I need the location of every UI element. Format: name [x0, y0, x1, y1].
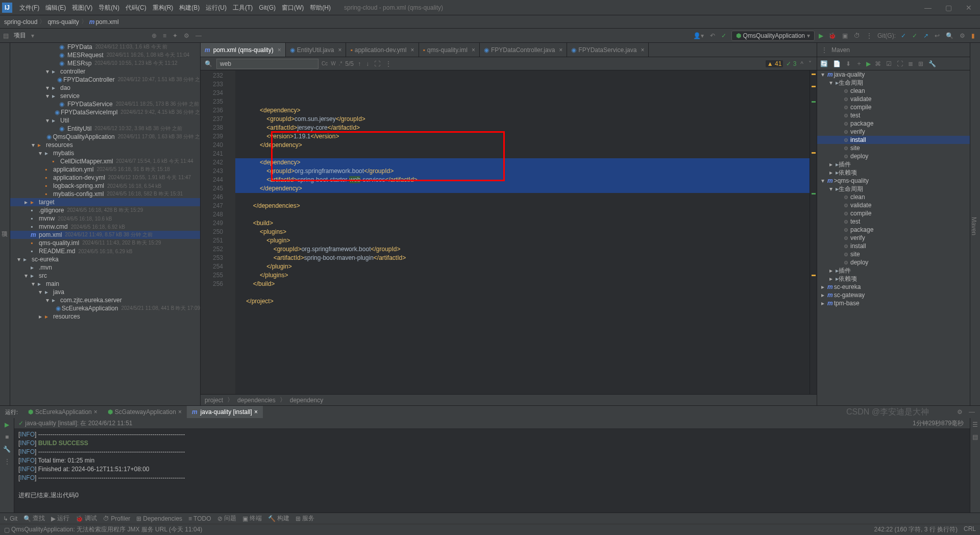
- mvn-reload[interactable]: 🔄: [820, 60, 828, 67]
- maven-item[interactable]: ▸▸插件: [817, 160, 970, 168]
- tree-item[interactable]: ▪application.yml2024/6/5 16:18, 91 B 昨天 …: [10, 165, 200, 174]
- tree-item[interactable]: ▪mvnw.cmd2024/6/5 16:18, 6.92 kB: [10, 223, 200, 231]
- vcs-revert-icon[interactable]: ↩: [935, 32, 940, 39]
- maven-item[interactable]: ⚙clean: [817, 87, 970, 95]
- ide-settings-icon[interactable]: ⚙: [960, 32, 965, 39]
- run-settings[interactable]: ⚙: [957, 408, 963, 416]
- menu-文件(F)[interactable]: 文件(F): [16, 0, 42, 15]
- bc-root[interactable]: spring-cloud: [4, 18, 37, 26]
- menu-编辑(E)[interactable]: 编辑(E): [42, 0, 69, 15]
- tree-item[interactable]: ▾▸dao: [10, 84, 200, 92]
- maven-item[interactable]: ⚙deploy: [817, 152, 970, 160]
- locate-icon[interactable]: ⊕: [152, 32, 157, 39]
- tree-item[interactable]: ◉EntityUtil2024/6/12 10:32, 3.98 kB 38 分…: [10, 125, 200, 133]
- minimize-btn[interactable]: —: [921, 4, 935, 12]
- ft-debug[interactable]: 🐞 调试: [76, 514, 97, 523]
- vcs-push-icon[interactable]: ↗: [923, 32, 928, 39]
- mvn-add[interactable]: ＋: [856, 59, 862, 68]
- maven-item[interactable]: ▾▸生命周期: [817, 185, 970, 193]
- console-wrench[interactable]: 🔧: [3, 446, 11, 453]
- menu-重构(R)[interactable]: 重构(R): [150, 0, 177, 15]
- maven-item[interactable]: ⚙package: [817, 226, 970, 234]
- editor-tab[interactable]: ◉ FPYDataController.java×: [480, 43, 567, 57]
- maven-item[interactable]: ⚙test: [817, 217, 970, 226]
- maven-item[interactable]: ▸▸依赖项: [817, 168, 970, 177]
- run-hide[interactable]: —: [969, 408, 975, 416]
- console-rerun[interactable]: ▶: [5, 421, 9, 428]
- tree-item[interactable]: ▪logback-spring.xml2024/6/5 16:18, 6.54 …: [10, 182, 200, 190]
- menu-构建(B)[interactable]: 构建(B): [176, 0, 203, 15]
- tree-item[interactable]: ▸▸resources: [10, 312, 200, 321]
- menu-工具(T)[interactable]: 工具(T): [230, 0, 256, 15]
- tree-item[interactable]: ▾▸com.zjtc.eureka.server: [10, 296, 200, 304]
- coverage-icon[interactable]: ▣: [842, 32, 848, 39]
- tree-item[interactable]: ◉FPYDataService2024/6/11 18:25, 173 B 36…: [10, 100, 200, 108]
- search-everywhere-icon[interactable]: 🔍: [946, 32, 953, 39]
- status-icon[interactable]: ▢: [4, 526, 10, 533]
- maven-item[interactable]: ▸▸依赖项: [817, 275, 970, 283]
- oks-badge[interactable]: ✓ 3: [786, 60, 796, 67]
- vcs-commit-icon[interactable]: ✓: [912, 32, 917, 39]
- mvn-settings[interactable]: 🔧: [928, 60, 936, 67]
- user-icon[interactable]: 👤▾: [693, 32, 704, 39]
- run-tab-1[interactable]: ⬢ ScGatewayApplication ×: [103, 406, 187, 418]
- ft-find[interactable]: 🔍 查找: [23, 514, 45, 523]
- maven-item[interactable]: ▸msc-gateway: [817, 291, 970, 299]
- maven-item[interactable]: ⚙verify: [817, 234, 970, 242]
- menu-帮助(H)[interactable]: 帮助(H): [307, 0, 334, 15]
- editor-tab[interactable]: ◉ FPYDataService.java×: [567, 43, 649, 57]
- maven-item[interactable]: ⚙install: [817, 136, 970, 144]
- tree-item[interactable]: ▪.gitignore2024/6/5 16:18, 428 B 昨天 15:2…: [10, 206, 200, 214]
- editor-tab[interactable]: ▪ qms-quality.iml×: [419, 43, 480, 57]
- tree-item[interactable]: ▾▸main: [10, 280, 200, 288]
- whole-word[interactable]: W: [331, 61, 335, 66]
- tree-item[interactable]: ▾▸src: [10, 272, 200, 280]
- profile-icon[interactable]: ⏱: [854, 32, 860, 39]
- menu-导航(N)[interactable]: 导航(N): [95, 0, 122, 15]
- ft-deps[interactable]: ⊞ Dependencies: [136, 515, 182, 522]
- menu-代码(C)[interactable]: 代码(C): [122, 0, 150, 15]
- encoding[interactable]: CRL: [964, 525, 976, 534]
- tree-item[interactable]: ◉FPYDataServiceImpl2024/6/12 9:42, 4.15 …: [10, 108, 200, 116]
- tree-item[interactable]: ▾▸java: [10, 288, 200, 296]
- tree-item[interactable]: ▾▸sc-eureka: [10, 255, 200, 263]
- tree-item[interactable]: ▪qms-quality.iml2024/6/11 11:43, 202 B 昨…: [10, 239, 200, 247]
- tree-item[interactable]: mpom.xml2024/6/12 11:49, 8.57 kB 38 分钟 之…: [10, 231, 200, 239]
- match-case[interactable]: Cc: [322, 61, 328, 66]
- ft-build[interactable]: 🔨 构建: [268, 514, 289, 523]
- tree-item[interactable]: ▾▸Util: [10, 116, 200, 125]
- maven-item[interactable]: ⚙site: [817, 144, 970, 152]
- ft-problems[interactable]: ⊘ 问题: [217, 514, 236, 523]
- editor-tab[interactable]: ▪ application-dev.yml×: [346, 43, 419, 57]
- debug-icon[interactable]: 🐞: [828, 32, 836, 39]
- tree-item[interactable]: ◉QmsQualityApplication2024/6/11 17:08, 1…: [10, 133, 200, 141]
- maven-item[interactable]: ⚙test: [817, 111, 970, 119]
- tree-item[interactable]: ◉MESRsp2024/6/10 10:55, 1.23 kB 今天 11:12: [10, 59, 200, 67]
- maven-item[interactable]: ▸mtpm-base: [817, 299, 970, 307]
- run-icon[interactable]: ▶: [819, 32, 823, 39]
- maven-item[interactable]: ⚙verify: [817, 128, 970, 136]
- tree-item[interactable]: ◉MESRequest2024/6/11 16:26, 1.08 kB 今天 1…: [10, 51, 200, 59]
- maven-item[interactable]: ▸msc-eureka: [817, 283, 970, 291]
- ft-terminal[interactable]: ▣ 终端: [242, 514, 262, 523]
- run-tab-2[interactable]: m java-quality [install] ×: [187, 406, 263, 418]
- tree-item[interactable]: ▾▸mybatis: [10, 149, 200, 157]
- warnings-badge[interactable]: ▲ 41: [766, 60, 783, 67]
- search-input[interactable]: [216, 59, 318, 69]
- maven-item[interactable]: ⚙validate: [817, 95, 970, 103]
- ft-git[interactable]: ↳ Git: [3, 515, 17, 522]
- build-icon[interactable]: ✓: [721, 32, 726, 39]
- tree-item[interactable]: ▸.mvn: [10, 263, 200, 272]
- tree-item[interactable]: ◉FPYData2024/6/12 11:03, 1.6 kB 今天 前: [10, 43, 200, 51]
- maven-item[interactable]: ⚙package: [817, 119, 970, 128]
- run-tab-0[interactable]: ⬢ ScEurekaApplication ×: [23, 406, 103, 418]
- menu-Git(G)[interactable]: Git(G): [256, 0, 279, 15]
- maven-item[interactable]: ⚙deploy: [817, 258, 970, 266]
- maven-item[interactable]: ⚙clean: [817, 193, 970, 201]
- collapse-icon[interactable]: ✦: [173, 32, 178, 39]
- tree-item[interactable]: ▪mybatis-config.xml2024/6/5 16:18, 582 B…: [10, 190, 200, 198]
- prev-result[interactable]: ↑: [358, 60, 361, 67]
- editor-tab[interactable]: ◉ EntityUtil.java×: [286, 43, 347, 57]
- close-btn[interactable]: ✕: [962, 4, 976, 12]
- toggle-icon[interactable]: ▤: [3, 32, 9, 39]
